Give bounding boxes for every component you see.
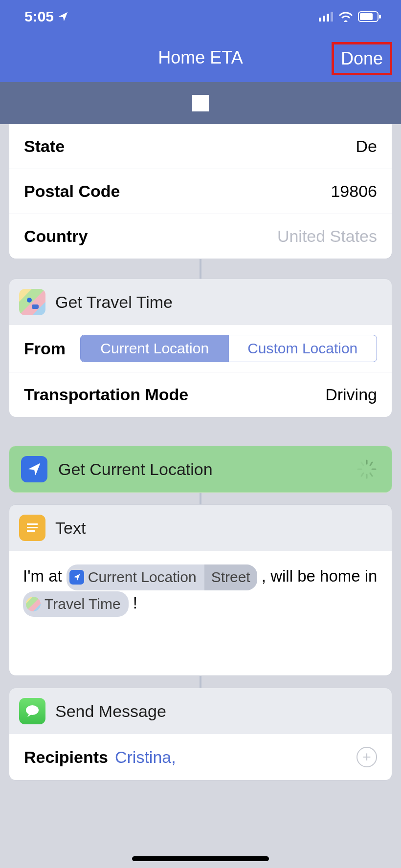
text-body[interactable]: I'm at Current Location Street , will be… (9, 551, 392, 675)
connector (200, 259, 201, 279)
token-sub: Street (204, 564, 257, 590)
postal-value: 19806 (331, 182, 377, 201)
time-text: 5:05 (24, 8, 54, 25)
recipients-label: Recipients (24, 748, 108, 767)
transport-mode-row[interactable]: Transportation Mode Driving (9, 372, 392, 417)
svg-point-7 (27, 298, 32, 303)
from-row: From Current Location Custom Location (9, 325, 392, 372)
recipients-row[interactable]: Recipients Cristina, + (9, 734, 392, 780)
svg-rect-6 (379, 15, 381, 19)
svg-rect-8 (32, 304, 39, 309)
cellular-icon (319, 12, 334, 22)
from-label: From (24, 339, 66, 358)
address-card: State De Postal Code 19806 Country Unite… (9, 124, 392, 259)
maps-icon (26, 597, 41, 611)
token-label: Current Location (88, 566, 197, 589)
home-indicator[interactable] (132, 856, 269, 861)
state-row[interactable]: State De (9, 124, 392, 169)
location-icon (21, 456, 47, 482)
svg-rect-1 (323, 16, 325, 22)
transport-mode-label: Transportation Mode (24, 385, 188, 404)
country-label: Country (24, 227, 88, 246)
svg-rect-5 (360, 13, 373, 20)
text-icon (19, 515, 45, 541)
get-location-card[interactable]: Get Current Location (9, 446, 392, 493)
country-row[interactable]: Country United States (9, 214, 392, 259)
stop-icon[interactable] (192, 95, 209, 111)
get-location-title: Get Current Location (58, 460, 213, 479)
svg-point-20 (26, 705, 39, 715)
svg-line-14 (361, 473, 363, 476)
recipient-name: Cristina, (115, 748, 176, 767)
status-bar: 5:05 (0, 0, 401, 33)
wifi-icon (338, 11, 353, 22)
run-bar (0, 82, 401, 124)
seg-custom-location[interactable]: Custom Location (229, 335, 377, 362)
text-part1: I'm at (23, 567, 67, 585)
connector (200, 493, 201, 504)
seg-current-location[interactable]: Current Location (81, 335, 229, 362)
svg-rect-17 (27, 523, 38, 525)
travel-time-header: Get Travel Time (9, 279, 392, 325)
send-message-card: Send Message Recipients Cristina, + (9, 688, 392, 781)
state-value: De (356, 137, 377, 156)
country-value: United States (277, 227, 377, 246)
status-time: 5:05 (24, 8, 68, 25)
connector (200, 676, 201, 688)
token-label: Travel Time (45, 593, 121, 616)
send-message-title: Send Message (55, 702, 166, 721)
svg-rect-18 (27, 527, 38, 528)
svg-rect-19 (27, 530, 35, 532)
location-arrow-icon (58, 11, 68, 22)
send-message-header: Send Message (9, 688, 392, 734)
message-icon (19, 698, 45, 724)
svg-line-10 (370, 462, 372, 465)
status-icons (319, 11, 381, 22)
done-button[interactable]: Done (332, 42, 392, 75)
token-current-location[interactable]: Current Location Street (67, 564, 257, 590)
travel-time-title: Get Travel Time (55, 293, 173, 312)
postal-row[interactable]: Postal Code 19806 (9, 169, 392, 214)
text-part3: ! (133, 594, 137, 612)
nav-bar: Home ETA Done (0, 33, 401, 82)
state-label: State (24, 137, 65, 156)
postal-label: Postal Code (24, 182, 120, 201)
battery-icon (358, 11, 381, 22)
text-header: Text (9, 505, 392, 551)
travel-time-card: Get Travel Time From Current Location Cu… (9, 279, 392, 417)
svg-rect-0 (319, 18, 321, 22)
location-arrow-icon (69, 570, 84, 585)
svg-rect-3 (331, 12, 333, 22)
svg-line-16 (361, 462, 363, 465)
text-card: Text I'm at Current Location Street , wi… (9, 504, 392, 676)
token-travel-time[interactable]: Travel Time (23, 591, 129, 617)
svg-rect-2 (327, 14, 329, 22)
page-title: Home ETA (158, 47, 243, 68)
text-part2: , will be home in (262, 567, 378, 585)
transport-mode-value: Driving (325, 385, 377, 404)
add-recipient-button[interactable]: + (356, 747, 377, 767)
maps-icon (19, 289, 45, 315)
text-title: Text (55, 519, 86, 538)
spinner-icon (356, 459, 377, 479)
svg-line-12 (370, 473, 372, 476)
from-segmented: Current Location Custom Location (80, 335, 377, 362)
